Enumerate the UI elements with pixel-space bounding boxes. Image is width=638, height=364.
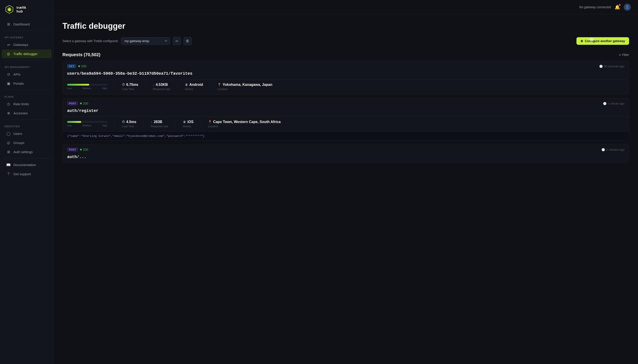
dashboard-icon: ⊞ [6, 22, 11, 26]
location-label: Location [208, 125, 281, 128]
delete-gateway-button[interactable]: 🗑 [184, 37, 192, 45]
sidebar-item-get-support[interactable]: ? Get support [2, 170, 52, 178]
sidebar-item-auth-settings[interactable]: ⊞ Auth settings [2, 148, 52, 156]
status-indicator: 200 [80, 148, 88, 151]
device-value: 🖥 iOS [183, 120, 194, 124]
sidebar-item-dashboard[interactable]: ⊞ Dashboard [2, 20, 52, 28]
endpoint-path: auth/... [63, 154, 629, 163]
load-bar-labels: Low Medium High [67, 124, 107, 127]
device-label: Device [185, 88, 203, 91]
edit-gateway-button[interactable]: ✏ [173, 37, 181, 45]
response-size-label: Response size [151, 125, 168, 128]
divider-api-management [3, 60, 51, 60]
card-header-left: GET 200 [67, 64, 87, 68]
sidebar-item-label: Gateways [13, 43, 28, 46]
filter-button[interactable]: ≡ Filter [619, 53, 629, 56]
status-dot [80, 149, 82, 150]
request-card[interactable]: GET 200 🕐 50 seconds ago users/bea9a594-… [63, 61, 629, 94]
apis-icon: ⊙ [6, 72, 11, 76]
load-bar-fill [67, 84, 89, 86]
sidebar-item-rate-limits[interactable]: ◷ Rate limits [2, 100, 52, 108]
size-icon: ↓ [151, 120, 152, 124]
sidebar-item-label: Get support [13, 172, 31, 176]
clock-icon: 🕐 [599, 65, 603, 68]
plus-icon: ⊕ [580, 39, 583, 43]
divider-bottom [3, 158, 51, 158]
main-content: No gateway connected 🔔 👤 Traffic debugge… [54, 0, 638, 364]
card-header: GET 200 🕐 50 seconds ago [63, 61, 629, 70]
card-header-left: POST 200 [67, 148, 88, 152]
logo: træfik hub [0, 0, 53, 20]
configure-gateway-button[interactable]: ⊕ Configure another gateway [576, 37, 629, 45]
status-dot [80, 102, 82, 104]
filter-label: Filter [622, 53, 629, 56]
time-ago: 🕐 50 seconds ago [599, 65, 624, 68]
load-bar-track [67, 84, 107, 86]
device-metric: 🖥 iOS Device [183, 120, 201, 128]
divider-identities [3, 120, 51, 120]
load-time-label: Load Time [122, 88, 138, 91]
status-dot [78, 65, 80, 67]
topbar: No gateway connected 🔔 👤 [54, 0, 638, 14]
sidebar-item-label: Portals [13, 82, 24, 85]
sidebar: træfik hub ⊞ Dashboard API GATEWAY ⇌ Gat… [0, 0, 54, 364]
size-icon: ↓ [153, 83, 154, 86]
sidebar-item-apis[interactable]: ⊙ APIs [2, 70, 52, 79]
load-bar-labels: Low Medium High [67, 87, 107, 90]
load-bar-track [67, 121, 107, 123]
edit-icon: ✏ [176, 39, 178, 43]
sidebar-item-documentation[interactable]: 📖 Documentation [2, 160, 52, 169]
status-code: 200 [81, 64, 86, 68]
location-icon: 📍 [217, 83, 221, 86]
logo-icon [5, 4, 14, 14]
get-support-icon: ? [6, 172, 11, 176]
sidebar-item-groups[interactable]: ◎ Groups [2, 138, 52, 147]
load-time-metric: ⏱ 6.75ms Load Time [122, 83, 146, 91]
location-metric: 📍 Yokohama, Kanagawa, Japan Location [217, 83, 279, 91]
load-bar-fill [67, 121, 81, 123]
response-size-value: ↓ 4.53KB [153, 83, 170, 87]
sidebar-item-label: Groups [13, 141, 24, 145]
sidebar-item-users[interactable]: ◯ Users [2, 129, 52, 138]
notifications-button[interactable]: 🔔 [614, 4, 620, 10]
sidebar-item-label: Accesses [13, 111, 28, 115]
location-value: 📍 Yokohama, Kanagawa, Japan [217, 83, 272, 87]
gateway-status: No gateway connected [579, 5, 611, 9]
request-card[interactable]: POST 200 🕐 2 minutes ago auth/... [63, 144, 629, 163]
user-avatar[interactable]: 👤 [624, 4, 631, 11]
status-indicator: 200 [78, 64, 86, 68]
timer-icon: ⏱ [122, 83, 125, 86]
section-label-plans: PLANS [0, 92, 53, 100]
groups-icon: ◎ [6, 141, 11, 145]
device-value: 🖥 Android [185, 83, 203, 87]
section-label-api-gateway: API GATEWAY [0, 32, 53, 40]
accesses-icon: ⊕ [6, 111, 11, 115]
endpoint-path: auth/register [63, 108, 629, 116]
rate-limits-icon: ◷ [6, 102, 11, 106]
time-ago: 🕐 1 minute ago [603, 102, 624, 105]
sidebar-item-label: Users [13, 132, 22, 136]
gateway-selector-label: Select a gateway with Treble configured: [63, 39, 118, 43]
requests-title: Requests (70,502) [63, 52, 100, 57]
sidebar-nav: ⊞ Dashboard API GATEWAY ⇌ Gateways ◎ Tra… [0, 20, 53, 364]
logo-text: træfik hub [17, 6, 26, 13]
traffic-debugger-icon: ◎ [6, 52, 11, 56]
sidebar-item-portals[interactable]: ▣ Portals [2, 79, 52, 88]
sidebar-item-label: Documentation [13, 163, 36, 167]
sidebar-item-gateways[interactable]: ⇌ Gateways [2, 40, 52, 49]
device-metric: 🖥 Android Device [185, 83, 210, 91]
method-badge: POST [67, 102, 78, 106]
location-icon: 📍 [208, 120, 212, 124]
requests-header: Requests (70,502) ≡ Filter [63, 52, 629, 57]
section-label-api-management: API MANAGEMENT [0, 62, 53, 70]
notification-dot [619, 4, 620, 6]
load-bar: Low Medium High [67, 121, 115, 127]
users-icon: ◯ [6, 132, 11, 136]
request-card[interactable]: POST 200 🕐 1 minute ago auth/register [63, 98, 629, 141]
portals-icon: ▣ [6, 81, 11, 86]
sidebar-item-traffic-debugger[interactable]: ◎ Traffic debugger [2, 50, 52, 58]
location-label: Location [217, 88, 272, 91]
device-icon: 🖥 [183, 120, 186, 124]
gateway-select[interactable]: my-gateway-ierqu [121, 37, 170, 45]
sidebar-item-accesses[interactable]: ⊕ Accesses [2, 109, 52, 118]
